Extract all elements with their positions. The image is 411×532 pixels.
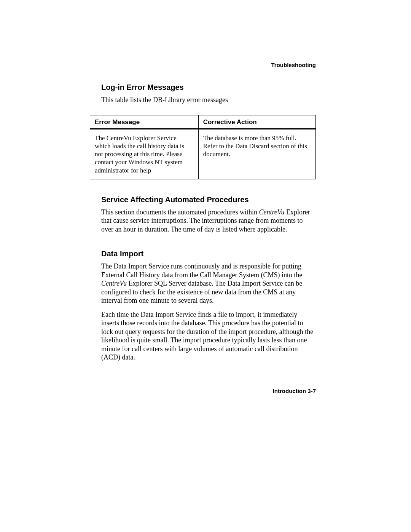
italic-term: CentreVu <box>101 280 127 287</box>
page-content: Log-in Error Messages This table lists t… <box>101 83 316 367</box>
error-table: Error Message Corrective Action The Cent… <box>90 115 316 179</box>
heading-data-import: Data Import <box>101 249 316 258</box>
heading-login-errors: Log-in Error Messages <box>101 83 316 92</box>
text-span: Explorer SQL Server database. The Data I… <box>101 280 302 304</box>
running-head: Troubleshooting <box>271 62 316 68</box>
data-import-para2: Each time the Data Import Service finds … <box>101 310 316 362</box>
table-header-error: Error Message <box>90 115 199 129</box>
table-header-action: Corrective Action <box>198 115 315 129</box>
text-span: This section documents the automated pro… <box>101 208 259 216</box>
page-footer-label: Introduction 3-7 <box>273 388 316 394</box>
cell-error-message: The CentreVu Explorer Service which load… <box>90 129 199 179</box>
service-affecting-para: This section documents the automated pro… <box>101 208 316 234</box>
heading-service-affecting: Service Affecting Automated Procedures <box>101 195 316 204</box>
data-import-para1: The Data Import Service runs continuousl… <box>101 262 316 305</box>
table-row: The CentreVu Explorer Service which load… <box>90 129 316 179</box>
cell-corrective-action: The database is more than 95% full. Refe… <box>198 129 315 179</box>
table-header-row: Error Message Corrective Action <box>90 115 316 129</box>
text-span: The Data Import Service runs continuousl… <box>101 262 302 279</box>
login-errors-intro: This table lists the DB-Library error me… <box>101 96 316 104</box>
document-page: Troubleshooting Log-in Error Messages Th… <box>0 0 411 532</box>
italic-term: CentreVu <box>259 208 284 216</box>
